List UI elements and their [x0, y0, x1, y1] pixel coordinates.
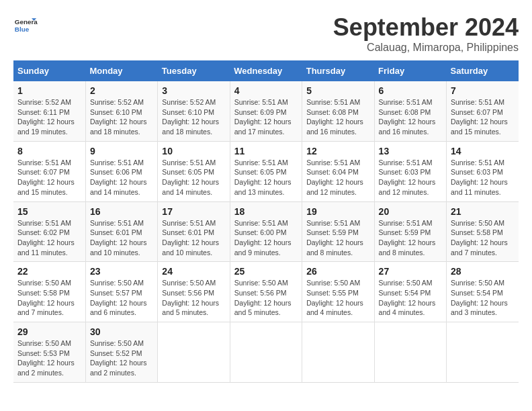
day-number: 8: [17, 146, 81, 156]
day-number: 26: [306, 266, 369, 277]
day-number: 4: [234, 85, 298, 96]
calendar-cell: 5Sunrise: 5:51 AMSunset: 6:08 PMDaylight…: [302, 81, 374, 141]
day-info: Sunrise: 5:50 AMSunset: 5:58 PMDaylight:…: [17, 278, 81, 318]
day-info: Sunrise: 5:50 AMSunset: 5:54 PMDaylight:…: [379, 278, 442, 318]
day-info: Sunrise: 5:50 AMSunset: 5:52 PMDaylight:…: [90, 338, 153, 378]
calendar-cell: 3Sunrise: 5:52 AMSunset: 6:10 PMDaylight…: [158, 81, 230, 141]
calendar-cell: 26Sunrise: 5:50 AMSunset: 5:55 PMDayligh…: [302, 262, 374, 322]
day-info: Sunrise: 5:50 AMSunset: 5:54 PMDaylight:…: [451, 278, 515, 318]
calendar-cell: 14Sunrise: 5:51 AMSunset: 6:03 PMDayligh…: [447, 141, 519, 201]
calendar-cell: 30Sunrise: 5:50 AMSunset: 5:52 PMDayligh…: [85, 322, 157, 383]
day-info: Sunrise: 5:50 AMSunset: 5:53 PMDaylight:…: [17, 338, 81, 378]
svg-text:Blue: Blue: [15, 26, 30, 33]
calendar-cell: [447, 322, 519, 383]
calendar-cell: 23Sunrise: 5:50 AMSunset: 5:57 PMDayligh…: [85, 262, 157, 322]
calendar-cell: 10Sunrise: 5:51 AMSunset: 6:05 PMDayligh…: [158, 141, 230, 201]
day-number: 12: [306, 146, 369, 156]
day-info: Sunrise: 5:51 AMSunset: 5:59 PMDaylight:…: [306, 218, 369, 258]
day-info: Sunrise: 5:50 AMSunset: 5:58 PMDaylight:…: [451, 218, 515, 258]
day-info: Sunrise: 5:51 AMSunset: 5:59 PMDaylight:…: [379, 218, 442, 258]
logo: General Blue: [13, 13, 38, 38]
col-thursday: Thursday: [302, 60, 374, 81]
day-number: 11: [234, 146, 298, 156]
day-info: Sunrise: 5:50 AMSunset: 5:55 PMDaylight:…: [306, 278, 369, 318]
day-info: Sunrise: 5:50 AMSunset: 5:56 PMDaylight:…: [234, 278, 298, 318]
day-info: Sunrise: 5:51 AMSunset: 6:05 PMDaylight:…: [162, 158, 225, 197]
calendar-cell: [158, 322, 230, 383]
calendar-cell: 16Sunrise: 5:51 AMSunset: 6:01 PMDayligh…: [85, 201, 157, 262]
day-info: Sunrise: 5:51 AMSunset: 6:06 PMDaylight:…: [90, 158, 153, 197]
day-number: 1: [17, 85, 81, 96]
calendar-cell: 4Sunrise: 5:51 AMSunset: 6:09 PMDaylight…: [230, 81, 302, 141]
col-saturday: Saturday: [447, 60, 519, 81]
logo-icon: General Blue: [13, 13, 38, 38]
header: General Blue September 2024 Calauag, Mim…: [13, 13, 519, 54]
calendar-row: 8Sunrise: 5:51 AMSunset: 6:07 PMDaylight…: [13, 141, 519, 201]
day-number: 22: [17, 266, 81, 277]
day-number: 7: [451, 85, 515, 96]
calendar-cell: 11Sunrise: 5:51 AMSunset: 6:05 PMDayligh…: [230, 141, 302, 201]
day-number: 2: [90, 85, 153, 96]
calendar-cell: 28Sunrise: 5:50 AMSunset: 5:54 PMDayligh…: [447, 262, 519, 322]
day-info: Sunrise: 5:51 AMSunset: 6:02 PMDaylight:…: [17, 218, 81, 258]
day-info: Sunrise: 5:51 AMSunset: 6:07 PMDaylight:…: [17, 158, 81, 197]
day-number: 6: [379, 85, 442, 96]
calendar-cell: 2Sunrise: 5:52 AMSunset: 6:10 PMDaylight…: [85, 81, 157, 141]
calendar-cell: 29Sunrise: 5:50 AMSunset: 5:53 PMDayligh…: [13, 322, 85, 383]
day-number: 24: [162, 266, 225, 277]
calendar-cell: 15Sunrise: 5:51 AMSunset: 6:02 PMDayligh…: [13, 201, 85, 262]
day-number: 10: [162, 146, 225, 156]
day-info: Sunrise: 5:51 AMSunset: 6:09 PMDaylight:…: [234, 97, 298, 137]
calendar-cell: 6Sunrise: 5:51 AMSunset: 6:08 PMDaylight…: [374, 81, 446, 141]
calendar-cell: 13Sunrise: 5:51 AMSunset: 6:03 PMDayligh…: [374, 141, 446, 201]
calendar-cell: 17Sunrise: 5:51 AMSunset: 6:01 PMDayligh…: [158, 201, 230, 262]
day-number: 23: [90, 266, 153, 277]
day-number: 25: [234, 266, 298, 277]
calendar-cell: 24Sunrise: 5:50 AMSunset: 5:56 PMDayligh…: [158, 262, 230, 322]
col-monday: Monday: [85, 60, 157, 81]
day-info: Sunrise: 5:50 AMSunset: 5:56 PMDaylight:…: [162, 278, 225, 318]
day-info: Sunrise: 5:51 AMSunset: 6:03 PMDaylight:…: [379, 158, 442, 197]
calendar-row: 22Sunrise: 5:50 AMSunset: 5:58 PMDayligh…: [13, 262, 519, 322]
calendar-cell: 7Sunrise: 5:51 AMSunset: 6:07 PMDaylight…: [447, 81, 519, 141]
day-info: Sunrise: 5:51 AMSunset: 6:01 PMDaylight:…: [162, 218, 225, 258]
day-number: 14: [451, 146, 515, 156]
day-info: Sunrise: 5:52 AMSunset: 6:11 PMDaylight:…: [17, 97, 81, 137]
col-friday: Friday: [374, 60, 446, 81]
day-number: 3: [162, 85, 225, 96]
calendar-row: 15Sunrise: 5:51 AMSunset: 6:02 PMDayligh…: [13, 201, 519, 262]
day-info: Sunrise: 5:52 AMSunset: 6:10 PMDaylight:…: [90, 97, 153, 137]
day-number: 28: [451, 266, 515, 277]
day-number: 30: [90, 326, 153, 337]
calendar-cell: 9Sunrise: 5:51 AMSunset: 6:06 PMDaylight…: [85, 141, 157, 201]
day-number: 18: [234, 206, 298, 217]
calendar-cell: [302, 322, 374, 383]
col-wednesday: Wednesday: [230, 60, 302, 81]
location-subtitle: Calauag, Mimaropa, Philippines: [333, 42, 519, 54]
calendar-cell: 8Sunrise: 5:51 AMSunset: 6:07 PMDaylight…: [13, 141, 85, 201]
day-info: Sunrise: 5:51 AMSunset: 6:00 PMDaylight:…: [234, 218, 298, 258]
title-area: September 2024 Calauag, Mimaropa, Philip…: [333, 13, 519, 54]
day-info: Sunrise: 5:51 AMSunset: 6:01 PMDaylight:…: [90, 218, 153, 258]
col-tuesday: Tuesday: [158, 60, 230, 81]
day-number: 16: [90, 206, 153, 217]
day-number: 21: [451, 206, 515, 217]
day-number: 9: [90, 146, 153, 156]
day-number: 20: [379, 206, 442, 217]
day-number: 29: [17, 326, 81, 337]
month-title: September 2024: [333, 13, 519, 42]
day-number: 15: [17, 206, 81, 217]
calendar-row: 1Sunrise: 5:52 AMSunset: 6:11 PMDaylight…: [13, 81, 519, 141]
day-number: 13: [379, 146, 442, 156]
day-number: 17: [162, 206, 225, 217]
calendar-cell: 19Sunrise: 5:51 AMSunset: 5:59 PMDayligh…: [302, 201, 374, 262]
calendar-table: Sunday Monday Tuesday Wednesday Thursday…: [13, 60, 519, 383]
day-info: Sunrise: 5:51 AMSunset: 6:05 PMDaylight:…: [234, 158, 298, 197]
calendar-cell: 18Sunrise: 5:51 AMSunset: 6:00 PMDayligh…: [230, 201, 302, 262]
calendar-cell: [374, 322, 446, 383]
day-info: Sunrise: 5:51 AMSunset: 6:08 PMDaylight:…: [306, 97, 369, 137]
day-number: 5: [306, 85, 369, 96]
calendar-cell: 12Sunrise: 5:51 AMSunset: 6:04 PMDayligh…: [302, 141, 374, 201]
calendar-cell: 25Sunrise: 5:50 AMSunset: 5:56 PMDayligh…: [230, 262, 302, 322]
day-info: Sunrise: 5:51 AMSunset: 6:08 PMDaylight:…: [379, 97, 442, 137]
